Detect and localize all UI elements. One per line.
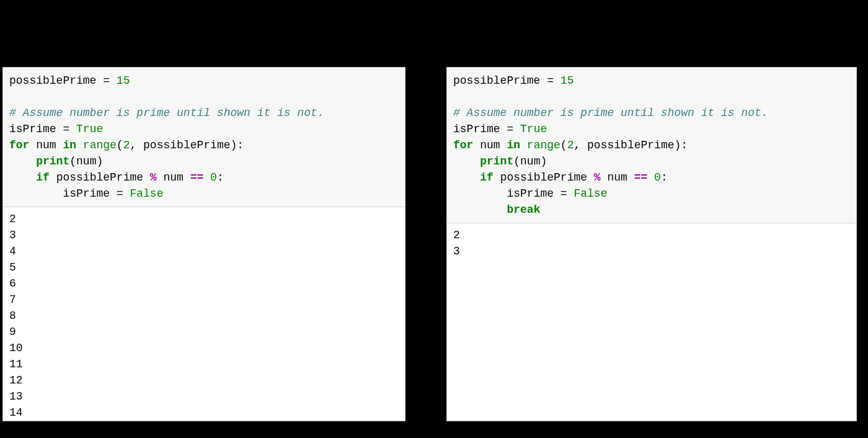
code-operator: == xyxy=(190,171,204,184)
code-token: possiblePrime xyxy=(494,171,594,184)
code-token: 2 xyxy=(567,139,574,151)
code-token: : xyxy=(681,139,688,151)
code-token: num xyxy=(157,171,190,184)
code-token: 2 xyxy=(123,139,130,151)
code-token: : xyxy=(217,171,224,184)
indent xyxy=(9,187,63,200)
blank-line xyxy=(9,89,399,105)
code-keyword: if xyxy=(480,171,494,184)
code-operator: % xyxy=(150,171,157,184)
code-token: isPrime xyxy=(9,123,56,135)
code-token: 0 xyxy=(203,171,217,184)
code-keyword: for xyxy=(453,139,473,151)
code-token: = xyxy=(540,74,560,87)
code-builtin: print xyxy=(36,155,69,168)
code-token: num xyxy=(29,139,63,151)
code-keyword-break: break xyxy=(507,203,540,216)
indent xyxy=(9,155,36,168)
code-token: False xyxy=(574,187,607,200)
blank-line xyxy=(453,89,850,105)
code-token: : xyxy=(661,171,668,184)
code-token: isPrime xyxy=(507,187,554,200)
code-token: True xyxy=(76,123,103,135)
code-token: = xyxy=(56,123,76,135)
code-keyword: in xyxy=(63,139,76,151)
code-token: isPrime xyxy=(63,187,110,200)
code-token: = xyxy=(500,123,520,135)
code-operator: == xyxy=(634,171,648,184)
indent xyxy=(453,171,480,184)
code-token: ( xyxy=(117,139,123,151)
indent xyxy=(453,155,480,168)
code-builtin: print xyxy=(480,155,513,168)
indent xyxy=(453,187,507,200)
code-token: = xyxy=(96,74,116,87)
code-token: , possiblePrime) xyxy=(574,139,681,151)
code-keyword: if xyxy=(36,171,50,184)
code-token: num xyxy=(601,171,634,184)
code-token: = xyxy=(110,187,130,200)
code-keyword: for xyxy=(9,139,29,151)
code-token: : xyxy=(237,139,244,151)
code-token: , possiblePrime) xyxy=(130,139,237,151)
code-token: (num) xyxy=(513,155,547,168)
code-comment: # Assume number is prime until shown it … xyxy=(9,107,330,119)
code-input-left: possiblePrime = 15 # Assume number is pr… xyxy=(3,68,405,207)
code-cell-right: possiblePrime = 15 # Assume number is pr… xyxy=(446,67,857,421)
panels-container: possiblePrime = 15 # Assume number is pr… xyxy=(0,0,868,421)
code-token: 0 xyxy=(647,171,661,184)
code-token: False xyxy=(130,187,163,200)
code-token: 15 xyxy=(560,74,574,87)
code-token: possiblePrime xyxy=(50,171,150,184)
indent xyxy=(453,203,507,216)
code-output-left: 2 3 4 5 6 7 8 9 10 11 12 13 14 xyxy=(3,207,405,421)
code-token: range xyxy=(520,139,560,151)
code-operator: % xyxy=(594,171,601,184)
indent xyxy=(9,171,36,184)
code-token: possiblePrime xyxy=(9,74,96,87)
code-input-right: possiblePrime = 15 # Assume number is pr… xyxy=(447,68,856,223)
code-token: ( xyxy=(560,139,567,151)
code-token: possiblePrime xyxy=(453,74,540,87)
code-token: (num) xyxy=(69,155,103,168)
code-keyword: in xyxy=(507,139,520,151)
code-token: = xyxy=(554,187,574,200)
code-cell-left: possiblePrime = 15 # Assume number is pr… xyxy=(2,67,405,421)
code-token: range xyxy=(76,139,117,151)
code-token: True xyxy=(520,123,547,135)
code-comment: # Assume number is prime until shown it … xyxy=(453,107,768,119)
code-token: isPrime xyxy=(453,123,500,135)
code-token: num xyxy=(473,139,507,151)
code-token: 15 xyxy=(117,74,130,87)
code-output-right: 2 3 xyxy=(447,223,856,259)
